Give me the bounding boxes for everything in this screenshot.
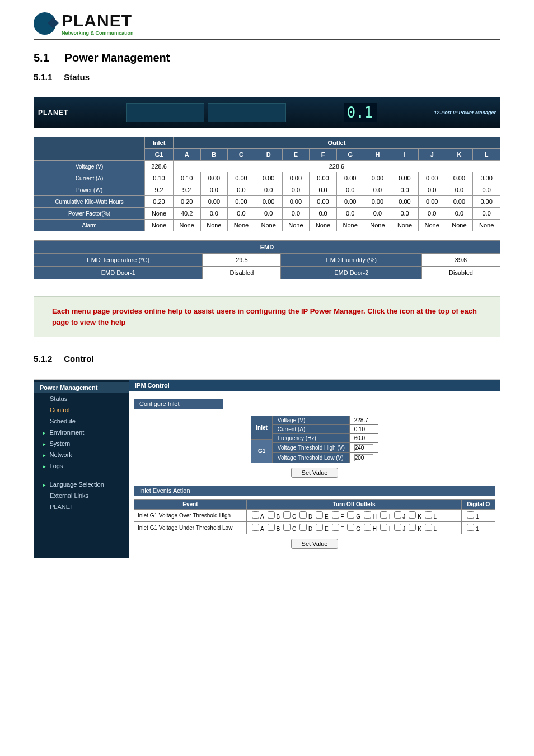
pdu-row-label: Current (A)	[34, 172, 145, 184]
pdu-cell: None	[418, 220, 446, 231]
pdu-cell: None	[282, 220, 310, 231]
digital-out-checkbox[interactable]	[467, 511, 474, 519]
inlet-param-value[interactable]	[349, 453, 378, 463]
inlet-config-table: Inlet G1	[251, 416, 273, 463]
outlet-checkbox-G[interactable]	[347, 511, 354, 519]
inlet-values-table: Voltage (V)228.7Current (A)0.10Frequency…	[273, 416, 378, 463]
pdu-cell: 0.00	[228, 172, 255, 184]
pdu-cell: 228.6	[145, 161, 174, 172]
inlet-param-label: Voltage Threshold High (V)	[273, 443, 349, 453]
event-digital-checks: 1	[462, 510, 495, 522]
pdu-cell: None	[145, 220, 174, 231]
pdu-cell: 0.0	[282, 184, 310, 196]
outlet-checkbox-J[interactable]	[394, 511, 401, 519]
outlet-checkbox-K[interactable]	[409, 524, 416, 531]
outlet-checkbox-D[interactable]	[299, 524, 307, 531]
pdu-row-label: Alarm	[34, 220, 145, 231]
status-display: 0.1	[344, 103, 377, 122]
event-digital-checks: 1	[462, 522, 495, 534]
sidebar-item-status[interactable]: Status	[34, 393, 129, 404]
pdu-cell: 0.00	[446, 196, 473, 208]
pdu-cell: 0.0	[364, 184, 391, 196]
sidebar-item-logs[interactable]: Logs	[34, 460, 129, 472]
set-value-button-2[interactable]: Set Value	[291, 539, 339, 549]
pdu-cell: None	[446, 220, 473, 231]
outlet-checkbox-A[interactable]	[252, 511, 259, 519]
pdu-cell: None	[173, 220, 200, 231]
sidebar-item-schedule[interactable]: Schedule	[34, 416, 129, 427]
emd-label: EMD Temperature (°C)	[34, 254, 203, 267]
pdu-col-H: H	[364, 149, 391, 161]
page-header: PLANET Networking & Communication	[34, 11, 500, 40]
pdu-voltage-merged: 228.6	[173, 161, 500, 172]
sidebar-item-environment[interactable]: Environment	[34, 427, 129, 438]
pdu-cell: 0.10	[145, 172, 174, 184]
sidebar-item-language[interactable]: Language Selection	[34, 479, 129, 490]
sidebar-item-system[interactable]: System	[34, 438, 129, 449]
inlet-param-label: Voltage Threshold Low (V)	[273, 453, 349, 463]
pdu-cell: 0.0	[446, 208, 473, 220]
pdu-cell: None	[364, 220, 391, 231]
outlet-checkbox-F[interactable]	[332, 524, 339, 531]
pdu-cell: 0.00	[310, 172, 337, 184]
sidebar-item-external-links[interactable]: External Links	[34, 490, 129, 501]
outlet-checkbox-I[interactable]	[380, 524, 387, 531]
device-banner: PLANET 0.1 12-Port IP Power Manager	[34, 97, 500, 128]
outlet-checkbox-L[interactable]	[425, 511, 432, 519]
pdu-cell: 0.00	[228, 196, 255, 208]
outlet-checkbox-H[interactable]	[364, 511, 371, 519]
ipm-control-content: IPM Control Configure Inlet Inlet G1 Vol…	[129, 380, 500, 558]
pdu-cell: 0.00	[364, 196, 391, 208]
sidebar-section-power[interactable]: Power Management	[34, 382, 129, 393]
inlet-param-label: Voltage (V)	[273, 416, 349, 425]
sidebar-item-network[interactable]: Network	[34, 449, 129, 460]
pdu-cell: None	[473, 220, 500, 231]
pdu-cell: 0.20	[173, 196, 200, 208]
outlet-checkbox-B[interactable]	[268, 511, 275, 519]
outlet-checkbox-G[interactable]	[347, 524, 354, 531]
pdu-cell: 0.00	[391, 172, 419, 184]
event-name: Inlet G1 Voltage Over Threshold High	[134, 510, 247, 522]
pdu-cell: 0.00	[364, 172, 391, 184]
event-outlet-checks: A B C D E F G H I J K L	[246, 510, 462, 522]
outlet-checkbox-H[interactable]	[364, 524, 371, 531]
outlet-checkbox-I[interactable]	[380, 511, 387, 519]
digital-out-checkbox[interactable]	[467, 524, 474, 531]
pdu-cell: None	[255, 220, 282, 231]
pdu-cell: 0.0	[228, 208, 255, 220]
outlet-checkbox-A[interactable]	[252, 524, 259, 531]
emd-value: Disabled	[421, 267, 500, 279]
pdu-cell: 0.00	[391, 196, 419, 208]
outlet-checkbox-C[interactable]	[283, 511, 291, 519]
subsection-status: 5.1.1 Status	[34, 72, 500, 82]
outlet-checkbox-E[interactable]	[316, 511, 323, 519]
outlet-checkbox-L[interactable]	[425, 524, 432, 531]
emd-header: EMD	[34, 241, 500, 254]
pdu-cell: None	[310, 220, 337, 231]
outlet-checkbox-D[interactable]	[299, 511, 307, 519]
inlet-threshold-input[interactable]	[354, 444, 373, 451]
inlet-param-value[interactable]	[349, 443, 378, 453]
pdu-cell: 0.00	[473, 172, 500, 184]
inlet-param-value: 228.7	[349, 416, 378, 425]
outlet-checkbox-J[interactable]	[394, 524, 401, 531]
sidebar-nav: Power Management Status Control Schedule…	[34, 380, 129, 558]
pdu-cell: 0.00	[336, 196, 364, 208]
pdu-cell: 0.0	[200, 184, 228, 196]
pdu-cell: 0.0	[200, 208, 228, 220]
pdu-cell: 9.2	[173, 184, 200, 196]
outlet-checkbox-B[interactable]	[268, 524, 275, 531]
set-value-button-1[interactable]: Set Value	[291, 468, 339, 478]
sidebar-item-control[interactable]: Control	[34, 404, 129, 416]
outlet-checkbox-E[interactable]	[316, 524, 323, 531]
inlet-events-table: Event Turn Off Outlets Digital O Inlet G…	[134, 499, 495, 534]
outlet-checkbox-C[interactable]	[283, 524, 291, 531]
pdu-cell: 0.0	[255, 184, 282, 196]
ev-col-outlets: Turn Off Outlets	[246, 500, 462, 510]
section-heading: 5.1 Power Management	[34, 52, 500, 64]
outlet-checkbox-F[interactable]	[332, 511, 339, 519]
inlet-threshold-input[interactable]	[354, 454, 373, 461]
emd-label: EMD Humidity (%)	[281, 254, 422, 267]
outlet-checkbox-K[interactable]	[409, 511, 416, 519]
sidebar-item-planet-link[interactable]: PLANET	[34, 501, 129, 512]
